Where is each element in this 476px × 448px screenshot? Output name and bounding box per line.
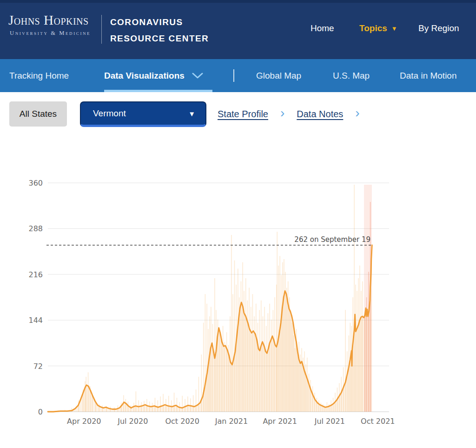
select-dropdown-icon: ▼ (188, 110, 195, 118)
site-title-line2: RESOURCE CENTER (110, 30, 209, 47)
xtick-label: Apr 2020 (67, 417, 101, 426)
subnav-global-map[interactable]: Global Map (256, 59, 301, 92)
xtick-label: Oct 2020 (165, 417, 199, 426)
data-notes-link[interactable]: Data Notes (297, 109, 343, 120)
active-tab-underline (104, 90, 212, 92)
subnav-tracking-home[interactable]: Tracking Home (9, 59, 69, 92)
subnav-data-in-motion-label: Data in Motion (400, 71, 457, 81)
subnav-data-visualizations[interactable]: Data Visualizations (104, 59, 203, 92)
logo-line2: University & Medicine (10, 30, 95, 37)
site-title[interactable]: CORONAVIRUS RESOURCE CENTER (110, 14, 209, 47)
ytick-label-360: 360 (28, 179, 43, 187)
xtick-label: Apr 2021 (263, 417, 297, 426)
subnav-us-map[interactable]: U.S. Map (333, 59, 370, 92)
page: Johns Hopkins University & Medicine CORO… (0, 0, 476, 448)
subnav-divider (233, 69, 234, 82)
chevron-right-icon[interactable]: › (355, 106, 359, 120)
peak-annotation-label: 262 on September 19 (294, 235, 370, 244)
site-header: Johns Hopkins University & Medicine CORO… (0, 3, 476, 59)
ytick-label-72: 72 (33, 362, 43, 371)
nav-home-label: Home (311, 23, 334, 33)
ytick-label-216: 216 (28, 270, 43, 279)
xtick-label: Jan 2021 (215, 417, 248, 426)
state-select[interactable]: Vermont ▼ (80, 101, 206, 127)
xtick-label: Jul 2020 (117, 417, 148, 426)
site-title-line1: CORONAVIRUS (110, 14, 209, 30)
subnav-global-map-label: Global Map (256, 71, 301, 81)
cases-chart: 072144216288360Apr 2020Jul 2020Oct 2020J… (0, 149, 476, 428)
xtick-label: Oct 2021 (361, 417, 395, 426)
nav-by-region-label: By Region (418, 23, 459, 33)
state-links: State Profile › Data Notes › (218, 101, 372, 127)
nav-topics[interactable]: Topics▼ (359, 23, 397, 33)
topics-dropdown-icon: ▼ (391, 25, 397, 32)
cases-chart-svg: 072144216288360Apr 2020Jul 2020Oct 2020J… (0, 149, 476, 428)
subnav-data-in-motion[interactable]: Data in Motion (400, 59, 457, 92)
subnav-data-visualizations-label: Data Visualizations (104, 71, 185, 81)
logo-divider (101, 15, 102, 44)
xtick-label: Jul 2021 (314, 417, 345, 426)
subnav-tracking-home-label: Tracking Home (9, 71, 69, 81)
ytick-label-288: 288 (28, 224, 43, 233)
chevron-right-icon[interactable]: › (280, 106, 284, 120)
logo-line1: Johns Hopkins (8, 13, 95, 28)
nav-home[interactable]: Home (311, 23, 334, 33)
state-profile-link[interactable]: State Profile (218, 109, 268, 120)
ytick-label-0: 0 (38, 408, 43, 416)
all-states-button[interactable]: All States (9, 101, 67, 127)
state-select-value: Vermont (93, 108, 126, 119)
johns-hopkins-logo[interactable]: Johns Hopkins University & Medicine (8, 13, 95, 37)
ytick-label-144: 144 (28, 316, 43, 325)
nav-topics-label: Topics (359, 23, 387, 33)
nav-by-region[interactable]: By Region (418, 23, 459, 33)
subnav-us-map-label: U.S. Map (333, 71, 370, 81)
tracking-subnav: Tracking Home Data Visualizations Global… (0, 59, 476, 92)
chevron-down-icon (192, 71, 203, 81)
